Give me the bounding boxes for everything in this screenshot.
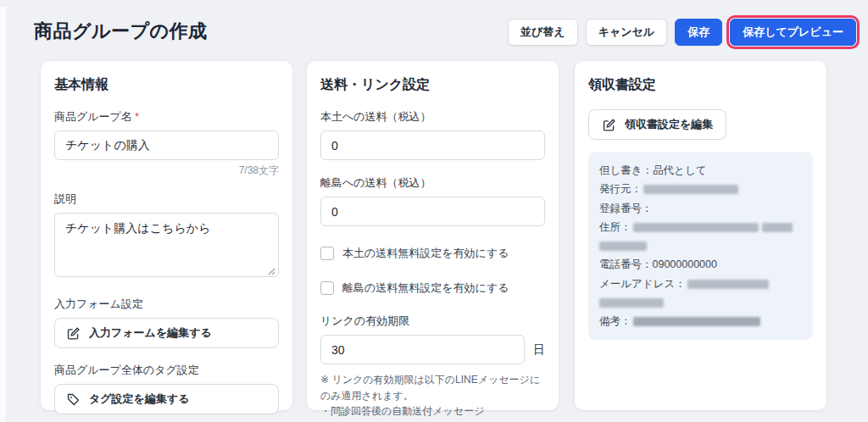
receipt-remarks-line: 備考：	[599, 312, 802, 330]
island-free-shipping-label: 離島の送料無料設定を有効にする	[342, 280, 509, 296]
note-line-1: ※ リンクの有効期限は以下のLINEメッセージにのみ適用されます。	[320, 372, 545, 403]
edit-receipt-button[interactable]: 領収書設定を編集	[588, 109, 726, 140]
link-expiry-input[interactable]	[320, 335, 525, 364]
island-free-shipping-row: 離島の送料無料設定を有効にする	[320, 280, 545, 296]
edit-tags-button-label: タグ設定を編集する	[89, 391, 190, 407]
mainland-shipping-label: 本土への送料（税込）	[320, 109, 545, 125]
form-settings-label: 入力フォーム設定	[54, 297, 279, 312]
receipt-email-line-2	[599, 293, 802, 312]
edit-receipt-button-label: 領収書設定を編集	[625, 117, 713, 132]
edit-icon	[66, 326, 81, 341]
receipt-registration-line: 登録番号：	[599, 199, 802, 218]
receipt-title: 領収書設定	[588, 76, 813, 94]
header-actions: 並び替え キャンセル 保存 保存してプレビュー	[508, 19, 856, 46]
island-shipping-label: 離島への送料（税込）	[320, 175, 545, 191]
page: 商品グループの作成 並び替え キャンセル 保存 保存してプレビュー 基本情報 商…	[0, 0, 868, 422]
island-shipping-input[interactable]	[320, 197, 545, 226]
cancel-button[interactable]: キャンセル	[586, 19, 668, 46]
island-free-shipping-checkbox[interactable]	[320, 281, 334, 295]
link-expiry-note: ※ リンクの有効期限は以下のLINEメッセージにのみ適用されます。 ・問診回答後…	[320, 372, 545, 422]
product-group-name-label: 商品グループ名*	[54, 109, 279, 125]
receipt-phone-line: 電話番号：09000000000	[599, 255, 802, 274]
sidebar-edge	[0, 7, 6, 422]
required-asterisk: *	[135, 110, 139, 123]
link-expiry-label: リンクの有効期限	[320, 314, 545, 329]
basic-info-card: 基本情報 商品グループ名* 7/38文字 説明 チケット購入はこちらから 入力フ…	[41, 61, 292, 410]
edit-tags-button[interactable]: タグ設定を編集する	[54, 384, 279, 414]
char-counter: 7/38文字	[54, 164, 279, 178]
save-preview-button[interactable]: 保存してプレビュー	[730, 19, 856, 46]
redacted-address-1	[633, 223, 759, 232]
shipping-link-card: 送料・リンク設定 本土への送料（税込） 離島への送料（税込） 本土の送料無料設定…	[307, 61, 559, 410]
receipt-address-line: 住所：	[599, 218, 802, 236]
shipping-title: 送料・リンク設定	[320, 76, 545, 94]
tag-settings-label: 商品グループ全体のタグ設定	[54, 363, 279, 378]
link-expiry-unit: 日	[533, 342, 545, 358]
product-group-name-input[interactable]	[54, 130, 279, 160]
page-title: 商品グループの作成	[34, 19, 208, 44]
receipt-info-box: 但し書き：品代として 発行元： 登録番号： 住所： 電話番号：090000000…	[588, 152, 813, 340]
redacted-remarks	[633, 317, 760, 326]
save-button[interactable]: 保存	[675, 19, 722, 46]
edit-icon	[602, 118, 616, 132]
redacted-email-1	[687, 280, 769, 289]
edit-form-button-label: 入力フォームを編集する	[89, 325, 212, 341]
mainland-free-shipping-row: 本土の送料無料設定を有効にする	[320, 246, 545, 261]
receipt-issuer-line: 発行元：	[599, 180, 802, 198]
edit-form-button[interactable]: 入力フォームを編集する	[54, 318, 279, 348]
redacted-address-3	[599, 242, 647, 251]
mainland-shipping-input[interactable]	[320, 130, 545, 160]
mainland-free-shipping-label: 本土の送料無料設定を有効にする	[342, 246, 509, 261]
receipt-email-line: メールアドレス：	[599, 275, 802, 293]
redacted-address-2	[762, 223, 793, 232]
redacted-email-2	[599, 298, 664, 308]
redacted-issuer	[643, 185, 738, 194]
sort-button[interactable]: 並び替え	[508, 19, 578, 46]
note-line-2: ・問診回答後の自動送付メッセージ	[320, 403, 545, 419]
tag-icon	[66, 392, 81, 407]
receipt-card: 領収書設定 領収書設定を編集 但し書き：品代として 発行元： 登録番号： 住所：…	[575, 61, 826, 410]
receipt-address-line-2	[599, 236, 802, 255]
description-textarea[interactable]: チケット購入はこちらから	[54, 213, 279, 277]
description-label: 説明	[54, 192, 279, 207]
receipt-proviso-line: 但し書き：品代として	[599, 161, 802, 180]
basic-info-title: 基本情報	[54, 76, 279, 94]
mainland-free-shipping-checkbox[interactable]	[320, 247, 334, 260]
